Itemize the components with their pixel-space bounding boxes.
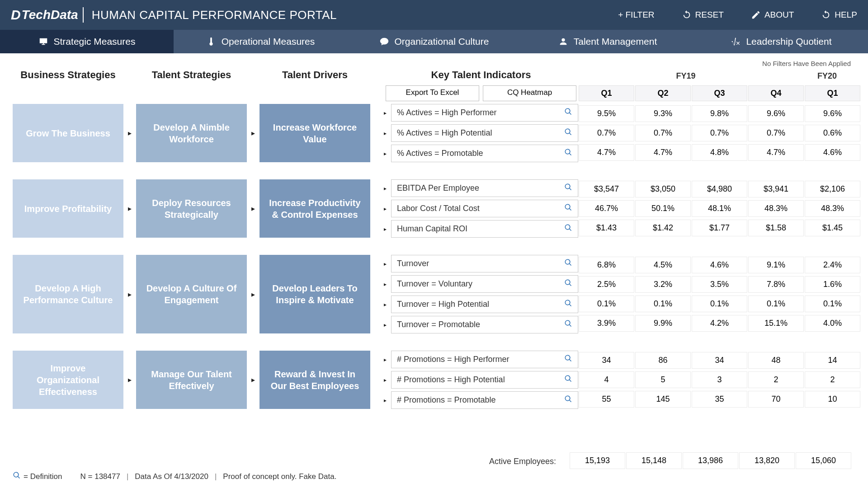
talent-driver-card[interactable]: Reward & Invest In Our Best Employees xyxy=(259,351,370,409)
tab-leadership[interactable]: Leadership Quotient xyxy=(694,30,868,53)
expand-icon[interactable] xyxy=(384,301,387,308)
value-cell: 34 xyxy=(692,352,747,369)
expand-icon[interactable] xyxy=(384,185,387,192)
business-strategy-card[interactable]: Grow The Business xyxy=(13,104,123,162)
tab-talent[interactable]: Talent Management xyxy=(521,30,694,53)
arrow-icon xyxy=(247,179,259,238)
search-icon[interactable] xyxy=(564,354,572,365)
value-cell: 15,193 xyxy=(570,452,625,469)
talent-strategy-card[interactable]: Develop A Culture Of Engagement xyxy=(136,255,247,333)
value-cell: 1.6% xyxy=(805,276,860,293)
kti-indicator[interactable]: # Promotions = High Potential xyxy=(391,371,578,389)
value-row: 3.9%9.9%4.2%15.1%4.0% xyxy=(578,315,861,332)
value-cell: 6.8% xyxy=(579,257,634,273)
kti-indicator[interactable]: % Actives = Promotable xyxy=(391,145,578,162)
value-cell: 3.5% xyxy=(692,276,747,293)
kti-indicator[interactable]: Turnover xyxy=(391,255,578,272)
value-cell: 4.7% xyxy=(748,144,804,161)
value-cell: 48 xyxy=(748,352,804,369)
search-icon[interactable] xyxy=(564,258,572,269)
expand-icon[interactable] xyxy=(384,281,387,287)
active-employees-label: Active Employees: xyxy=(380,457,556,466)
talent-strategy-card[interactable]: Deploy Resources Strategically xyxy=(136,179,247,238)
expand-icon[interactable] xyxy=(384,150,387,157)
value-row: 0.1%0.1%0.1%0.1%0.1% xyxy=(578,296,861,312)
tab-culture[interactable]: Organizational Culture xyxy=(347,30,521,53)
active-employees-values: 15,19315,14813,98613,82015,060 xyxy=(569,452,852,469)
arrow-icon xyxy=(123,351,136,409)
value-cell: 10 xyxy=(805,391,860,408)
tab-operational[interactable]: Operational Measures xyxy=(174,30,347,53)
chat-icon xyxy=(379,37,389,47)
search-icon[interactable] xyxy=(564,183,572,193)
value-cell: 70 xyxy=(748,391,804,408)
asof-label: Data As Of 4/13/2020 xyxy=(135,472,208,481)
search-icon[interactable] xyxy=(564,319,572,330)
tab-strategic[interactable]: Strategic Measures xyxy=(0,30,174,53)
kti-indicator[interactable]: EBITDA Per Employee xyxy=(391,179,578,197)
value-cell: 15,148 xyxy=(626,452,682,469)
kti-indicator[interactable]: Labor Cost / Total Cost xyxy=(391,200,578,217)
talent-driver-card[interactable]: Increase Workforce Value xyxy=(259,104,370,162)
search-icon[interactable] xyxy=(564,375,572,385)
help-button[interactable]: HELP xyxy=(821,10,857,20)
arrow-icon xyxy=(247,104,259,162)
kti-indicator[interactable]: % Actives = High Potential xyxy=(391,124,578,142)
search-icon[interactable] xyxy=(564,279,572,289)
search-icon[interactable] xyxy=(564,224,572,234)
search-icon[interactable] xyxy=(564,395,572,405)
kti-indicator[interactable]: % Actives = High Performer xyxy=(391,104,578,122)
talent-driver-card[interactable]: Develop Leaders To Inspire & Motivate xyxy=(259,255,370,333)
kti-row: Labor Cost / Total Cost xyxy=(384,200,578,217)
kti-indicator[interactable]: # Promotions = Promotable xyxy=(391,391,578,409)
search-icon[interactable] xyxy=(564,128,572,138)
expand-icon[interactable] xyxy=(384,357,387,363)
value-cell: 0.7% xyxy=(692,125,747,141)
talent-driver-card[interactable]: Increase Productivity & Control Expenses xyxy=(259,179,370,238)
kti-indicator[interactable]: Turnover = High Potential xyxy=(391,296,578,313)
value-cell: $4,980 xyxy=(692,181,747,197)
expand-icon[interactable] xyxy=(384,206,387,212)
kti-indicator[interactable]: Turnover = Voluntary xyxy=(391,275,578,293)
value-cell: 9.3% xyxy=(635,105,691,122)
value-cell: 4.6% xyxy=(805,144,860,161)
expand-icon[interactable] xyxy=(384,226,387,232)
value-cell: 0.1% xyxy=(805,296,860,312)
quarter-header: Q1 xyxy=(805,85,860,101)
business-strategy-card[interactable]: Develop A High Performance Culture xyxy=(13,255,123,333)
expand-icon[interactable] xyxy=(384,261,387,267)
kti-label: Turnover = High Potential xyxy=(397,300,489,309)
value-cell: 13,820 xyxy=(739,452,795,469)
business-strategy-card[interactable]: Improve Profitability xyxy=(13,179,123,238)
cq-heatmap-button[interactable]: CQ Heatmap xyxy=(483,85,576,101)
value-cell: 4.0% xyxy=(805,315,860,332)
value-cell: 9.9% xyxy=(635,315,691,332)
business-strategy-card[interactable]: Improve Organizational Effectiveness xyxy=(13,351,123,409)
value-cell: 0.1% xyxy=(635,296,691,312)
value-cell: 34 xyxy=(579,352,634,369)
search-icon[interactable] xyxy=(564,299,572,310)
kti-label: Turnover = Voluntary xyxy=(397,279,472,289)
expand-icon[interactable] xyxy=(384,130,387,136)
kti-row: Turnover xyxy=(384,255,578,272)
filter-button[interactable]: + FILTER xyxy=(618,10,654,20)
kti-indicator[interactable]: Turnover = Promotable xyxy=(391,316,578,333)
search-icon[interactable] xyxy=(564,148,572,159)
expand-icon[interactable] xyxy=(384,110,387,116)
kti-indicator[interactable]: Human Capital ROI xyxy=(391,220,578,238)
talent-strategy-card[interactable]: Develop A Nimble Workforce xyxy=(136,104,247,162)
talent-strategy-card[interactable]: Manage Our Talent Effectively xyxy=(136,351,247,409)
expand-icon[interactable] xyxy=(384,322,387,328)
value-cell: 3.9% xyxy=(579,315,634,332)
search-icon[interactable] xyxy=(564,108,572,118)
about-button[interactable]: ABOUT xyxy=(751,10,794,20)
value-cell: $3,050 xyxy=(635,181,691,197)
kti-indicator[interactable]: # Promotions = High Performer xyxy=(391,351,578,368)
poc-label: Proof of concept only. Fake Data. xyxy=(223,472,336,481)
reset-button[interactable]: RESET xyxy=(682,10,724,20)
expand-icon[interactable] xyxy=(384,397,387,404)
export-excel-button[interactable]: Export To Excel xyxy=(386,85,479,101)
value-row: 2.5%3.2%3.5%7.8%1.6% xyxy=(578,276,861,293)
expand-icon[interactable] xyxy=(384,377,387,383)
search-icon[interactable] xyxy=(564,203,572,214)
